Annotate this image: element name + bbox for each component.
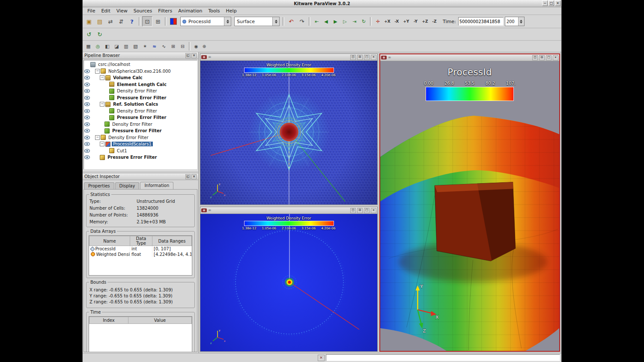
- disconnect-server-button[interactable]: ⇵: [116, 16, 126, 27]
- link-icon[interactable]: ∞: [208, 208, 212, 212]
- menu-filters[interactable]: Filters: [155, 8, 175, 14]
- view-plus-x-button[interactable]: +X: [383, 17, 392, 26]
- connect-server-button[interactable]: ⇄: [105, 16, 116, 27]
- split-horizontal-button[interactable]: ◫: [350, 55, 356, 60]
- spin-arrows-icon[interactable]: [518, 17, 524, 26]
- redo-button[interactable]: ↷: [297, 16, 307, 27]
- pipeline-item[interactable]: Pressure Error Filter: [84, 128, 197, 134]
- visibility-eye-icon[interactable]: [84, 109, 90, 113]
- pipeline-item[interactable]: − Ref. Solution Calcs: [84, 101, 197, 108]
- menu-sources[interactable]: Sources: [131, 8, 155, 14]
- select-cells-button[interactable]: ⊡: [142, 16, 152, 27]
- tab-information[interactable]: Information: [140, 182, 173, 189]
- link-icon[interactable]: ∞: [388, 56, 391, 59]
- pipeline-item[interactable]: Density Error Filter: [84, 108, 197, 115]
- split-vertical-button[interactable]: ⊟: [539, 55, 545, 60]
- split-vertical-button[interactable]: ⊟: [357, 55, 363, 60]
- extract-subset-filter-button[interactable]: ▧: [131, 42, 140, 51]
- visibility-eye-icon[interactable]: [84, 149, 90, 153]
- group-datasets-filter-button[interactable]: ⊞: [169, 42, 178, 51]
- view-minus-z-button[interactable]: -Z: [430, 17, 439, 26]
- table-row[interactable]: ProcessId int [0, 107]: [89, 246, 192, 252]
- reset-camera-button[interactable]: ✛: [373, 17, 382, 26]
- edit-color-map-button[interactable]: [168, 16, 179, 27]
- titlebar[interactable]: Kitware ParaView 3.0.2 − □ ×: [83, 0, 561, 7]
- auto-accept-button[interactable]: ↻: [95, 29, 105, 39]
- menu-file[interactable]: File: [84, 8, 98, 14]
- collapse-icon[interactable]: −: [100, 142, 104, 146]
- custom-filter-button[interactable]: ◉: [192, 42, 200, 50]
- pipeline-item[interactable]: Pressure Error Filter: [84, 95, 197, 101]
- pipeline-item[interactable]: Density Error Filter: [84, 121, 197, 128]
- column-header[interactable]: Name: [89, 236, 130, 246]
- representation-combo[interactable]: Surface: [234, 17, 280, 26]
- close-view-button[interactable]: ×: [553, 55, 558, 60]
- contour-filter-button[interactable]: ◎: [93, 42, 102, 51]
- view-minus-x-button[interactable]: -X: [392, 17, 401, 26]
- collapse-icon[interactable]: −: [100, 75, 104, 80]
- first-frame-button[interactable]: ⇤: [312, 17, 321, 26]
- column-header[interactable]: Index: [89, 317, 128, 324]
- column-header[interactable]: Data Type: [130, 236, 152, 246]
- view-minus-y-button[interactable]: -Y: [411, 17, 420, 26]
- undo-button[interactable]: ↶: [286, 16, 296, 27]
- close-button[interactable]: ×: [555, 0, 561, 6]
- minimize-button[interactable]: −: [542, 0, 548, 6]
- glyph-filter-button[interactable]: ✶: [140, 42, 149, 51]
- pipeline-item[interactable]: csrc://localhost: [84, 61, 197, 68]
- collapse-icon[interactable]: −: [100, 102, 104, 107]
- menu-help[interactable]: Help: [223, 8, 240, 14]
- split-horizontal-button[interactable]: ◫: [532, 55, 538, 60]
- render-canvas-right[interactable]: Y X Z ProcessId 0.00 26.8 53.5 80.2 107.: [380, 61, 559, 351]
- render-canvas-bottom[interactable]: y x z Weighted Density Error 1.38e-12 1.…: [200, 214, 377, 351]
- pipeline-item[interactable]: Pressure Error Filter: [84, 114, 197, 121]
- column-header[interactable]: Data Ranges: [152, 236, 192, 246]
- calculator-filter-button[interactable]: ▦: [84, 42, 93, 51]
- close-view-button[interactable]: ×: [371, 208, 376, 213]
- data-arrays-table[interactable]: Name Data Type Data Ranges ProcessId int…: [89, 235, 192, 276]
- scalar-bar[interactable]: Weighted Density Error 1.38e-12 1.05e-06…: [244, 216, 334, 230]
- float-dock-button[interactable]: ◱: [185, 174, 191, 179]
- close-dock-button[interactable]: ×: [191, 174, 197, 179]
- pipeline-browser-header[interactable]: Pipeline Browser ◱ ×: [83, 52, 198, 59]
- time-values-table[interactable]: Index Value: [89, 316, 192, 352]
- close-view-button[interactable]: ×: [371, 55, 376, 60]
- maximize-view-button[interactable]: □: [546, 55, 552, 60]
- select-points-button[interactable]: ⊞: [153, 16, 163, 27]
- visibility-eye-icon[interactable]: [84, 142, 90, 146]
- view-plus-z-button[interactable]: +Z: [420, 17, 429, 26]
- pipeline-item[interactable]: − Density Error Filter: [84, 134, 197, 141]
- panel-splitter[interactable]: [83, 170, 198, 173]
- menu-edit[interactable]: Edit: [98, 8, 113, 14]
- visibility-eye-icon[interactable]: [84, 155, 90, 159]
- visibility-eye-icon[interactable]: [84, 102, 90, 106]
- camera-icon[interactable]: [201, 55, 207, 59]
- pipeline-item[interactable]: − NohSpherical3D.exo.216.000: [84, 68, 197, 75]
- tab-properties[interactable]: Properties: [84, 182, 114, 189]
- camera-icon[interactable]: [381, 56, 387, 59]
- loop-button[interactable]: ↻: [359, 17, 368, 26]
- split-horizontal-button[interactable]: ◫: [350, 208, 356, 213]
- play-button[interactable]: ▶: [331, 17, 340, 26]
- visibility-eye-icon[interactable]: [84, 129, 90, 133]
- visibility-eye-icon[interactable]: [84, 136, 90, 139]
- visibility-eye-icon[interactable]: [84, 69, 90, 73]
- view-plus-y-button[interactable]: +Y: [402, 17, 411, 26]
- column-header[interactable]: Value: [128, 317, 191, 324]
- visibility-eye-icon[interactable]: [84, 76, 90, 80]
- close-dock-button[interactable]: ×: [191, 53, 197, 58]
- cancel-progress-button[interactable]: ✕: [318, 355, 325, 361]
- tab-display[interactable]: Display: [115, 182, 140, 189]
- float-dock-button[interactable]: ◱: [185, 53, 191, 58]
- pipeline-item-selected[interactable]: − ProcessIdScalars1: [84, 141, 197, 148]
- visibility-eye-icon[interactable]: [84, 89, 90, 93]
- extract-group-filter-button[interactable]: ⊟: [178, 42, 187, 51]
- visibility-eye-icon[interactable]: [84, 96, 90, 100]
- scalar-bar[interactable]: Weighted Density Error 1.38e-12 1.05e-06…: [244, 63, 334, 77]
- camera-icon[interactable]: [201, 208, 207, 212]
- clip-filter-button[interactable]: ◧: [103, 42, 112, 51]
- link-icon[interactable]: ∞: [208, 55, 212, 59]
- macro-toolbar-button[interactable]: ⊕: [200, 42, 208, 50]
- table-row[interactable]: Weighted Density Error float [4.22498e-1…: [89, 252, 192, 257]
- warp-vector-filter-button[interactable]: ∿: [159, 42, 168, 51]
